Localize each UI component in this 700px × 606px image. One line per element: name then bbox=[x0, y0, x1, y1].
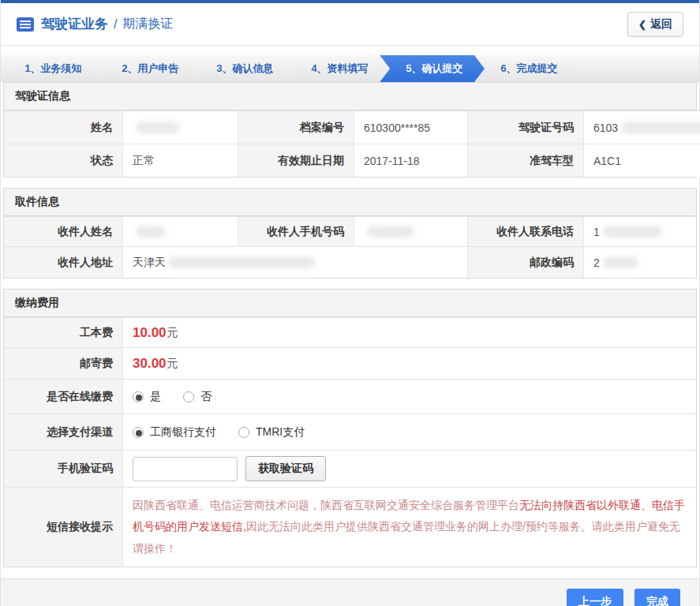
pickup-info-table: 收件人姓名 收件人手机号码 收件人联系电话 1 收件人地址 天津天 邮政编码 2 bbox=[4, 216, 696, 278]
radio-option-yes[interactable]: 是 bbox=[133, 390, 161, 404]
field-value-online-payment: 是 否 bbox=[122, 379, 696, 413]
redacted-recipient-name bbox=[136, 226, 166, 238]
radio-yes-label: 是 bbox=[150, 390, 161, 404]
radio-yes-icon[interactable] bbox=[133, 391, 144, 402]
field-label-recipient-address: 收件人地址 bbox=[4, 246, 122, 278]
page: 驾驶证业务 / 期满换证 ❮ 返回 1、业务须知 2、用户申告 3、确认信息 4… bbox=[0, 0, 700, 606]
field-value-postal-code: 2 bbox=[583, 246, 696, 278]
radio-tmri-icon[interactable] bbox=[238, 427, 249, 438]
license-info-section: 驾驶证信息 姓名 档案编号 610300****85 驾驶证号码 6103 状态… bbox=[3, 82, 697, 178]
previous-step-button[interactable]: 上一步 bbox=[567, 589, 623, 606]
step-bar-filler bbox=[569, 55, 699, 82]
redacted-license-number bbox=[621, 122, 700, 133]
field-label-name: 姓名 bbox=[4, 110, 122, 144]
document-list-icon bbox=[17, 17, 34, 32]
redacted-recipient-mobile bbox=[367, 226, 414, 238]
field-label-valid-until: 有效期止日期 bbox=[238, 144, 354, 177]
field-value-status: 正常 bbox=[122, 144, 238, 177]
field-value-recipient-mobile bbox=[354, 216, 467, 246]
postage-fee-amount: 30.00 bbox=[133, 356, 167, 372]
postage-fee-unit: 元 bbox=[167, 357, 178, 371]
step-1-business-notice: 1、业务须知 bbox=[1, 55, 106, 82]
step-5-confirm-submit: 5、确认提交 bbox=[380, 55, 485, 82]
step-3-confirm-info: 3、确认信息 bbox=[190, 55, 295, 82]
radio-no-icon[interactable] bbox=[183, 391, 194, 402]
radio-option-no[interactable]: 否 bbox=[183, 390, 211, 404]
redacted-recipient-address bbox=[169, 256, 315, 268]
pickup-section-title: 取件信息 bbox=[4, 189, 696, 216]
step-2-user-declaration: 2、用户申告 bbox=[95, 55, 200, 82]
field-label-file-number: 档案编号 bbox=[238, 110, 354, 144]
radio-option-tmri[interactable]: TMRI支付 bbox=[238, 425, 305, 440]
breadcrumb-separator: / bbox=[114, 17, 117, 32]
radio-tmri-label: TMRI支付 bbox=[256, 425, 305, 440]
back-button-label: 返回 bbox=[650, 17, 672, 32]
step-wizard: 1、业务须知 2、用户申告 3、确认信息 4、资料填写 5、确认提交 6、完成提… bbox=[1, 55, 699, 82]
notice-text-part-1: 因陕西省联通、电信运营商技术问题，陕西省互联网交通安全综合服务管理平台 bbox=[133, 499, 519, 511]
radio-icbc-label: 工商银行支付 bbox=[150, 425, 216, 440]
back-button[interactable]: ❮ 返回 bbox=[627, 12, 683, 37]
field-label-payment-channel: 选择支付渠道 bbox=[4, 413, 122, 450]
payment-section-title: 缴纳费用 bbox=[4, 290, 696, 317]
field-value-recipient-address: 天津天 bbox=[122, 246, 467, 278]
footer-action-bar: 上一步 完成 bbox=[1, 578, 699, 606]
production-fee-amount: 10.00 bbox=[133, 325, 167, 341]
field-label-postage-fee: 邮寄费 bbox=[4, 347, 122, 379]
field-label-production-fee: 工本费 bbox=[4, 317, 122, 347]
page-subtitle: 期满换证 bbox=[122, 16, 173, 32]
payment-table: 工本费 10.00 元 邮寄费 30.00 元 是否在线缴费 是 否 bbox=[4, 317, 696, 567]
field-value-valid-until: 2017-11-18 bbox=[354, 144, 467, 177]
redacted-postal-code bbox=[603, 256, 638, 268]
field-value-recipient-name bbox=[122, 216, 238, 246]
field-value-sms-code: 获取验证码 bbox=[122, 450, 696, 487]
radio-icbc-icon[interactable] bbox=[133, 427, 144, 438]
radio-option-icbc[interactable]: 工商银行支付 bbox=[133, 425, 216, 440]
step-6-complete-submit: 6、完成提交 bbox=[474, 55, 579, 82]
field-label-vehicle-class: 准驾车型 bbox=[467, 144, 583, 177]
field-value-postage-fee: 30.00 元 bbox=[122, 347, 696, 379]
license-info-table: 姓名 档案编号 610300****85 驾驶证号码 6103 状态 正常 有效… bbox=[4, 110, 696, 177]
field-value-sms-notice: 因陕西省联通、电信运营商技术问题，陕西省互联网交通安全综合服务管理平台无法向持陕… bbox=[122, 487, 696, 567]
field-value-production-fee: 10.00 元 bbox=[122, 317, 696, 347]
payment-section: 缴纳费用 工本费 10.00 元 邮寄费 30.00 元 是否在线缴费 是 否 bbox=[3, 289, 697, 567]
field-label-license-number: 驾驶证号码 bbox=[467, 110, 583, 144]
field-label-status: 状态 bbox=[4, 144, 122, 177]
redacted-recipient-phone bbox=[603, 226, 662, 238]
license-section-title: 驾驶证信息 bbox=[4, 83, 696, 110]
field-value-name bbox=[122, 110, 238, 144]
field-label-recipient-name: 收件人姓名 bbox=[4, 216, 122, 246]
production-fee-unit: 元 bbox=[167, 326, 178, 340]
pickup-info-section: 取件信息 收件人姓名 收件人手机号码 收件人联系电话 1 收件人地址 天津天 邮… bbox=[3, 188, 697, 279]
field-value-file-number: 610300****85 bbox=[354, 110, 467, 144]
field-label-recipient-phone: 收件人联系电话 bbox=[467, 216, 583, 246]
field-label-recipient-mobile: 收件人手机号码 bbox=[238, 216, 354, 246]
field-label-online-payment: 是否在线缴费 bbox=[4, 379, 122, 413]
field-value-recipient-phone: 1 bbox=[583, 216, 696, 246]
radio-no-label: 否 bbox=[200, 390, 211, 404]
back-chevron-icon: ❮ bbox=[638, 19, 646, 30]
header: 驾驶证业务 / 期满换证 ❮ 返回 bbox=[1, 3, 699, 46]
sms-notice-text: 因陕西省联通、电信运营商技术问题，陕西省互联网交通安全综合服务管理平台无法向持陕… bbox=[133, 495, 685, 559]
field-value-vehicle-class: A1C1 bbox=[583, 144, 700, 177]
redacted-name-value bbox=[136, 122, 179, 133]
get-sms-code-button[interactable]: 获取验证码 bbox=[245, 456, 326, 481]
sms-code-input[interactable] bbox=[133, 457, 238, 481]
step-4-fill-materials: 4、资料填写 bbox=[285, 55, 390, 82]
field-label-sms-notice: 短信接收提示 bbox=[4, 487, 122, 567]
field-label-postal-code: 邮政编码 bbox=[467, 246, 583, 278]
field-value-license-number: 6103 bbox=[583, 110, 700, 144]
field-value-payment-channel: 工商银行支付 TMRI支付 bbox=[122, 413, 696, 450]
field-label-sms-code: 手机验证码 bbox=[4, 450, 122, 487]
page-title: 驾驶证业务 bbox=[41, 15, 108, 33]
finish-button[interactable]: 完成 bbox=[634, 589, 680, 606]
